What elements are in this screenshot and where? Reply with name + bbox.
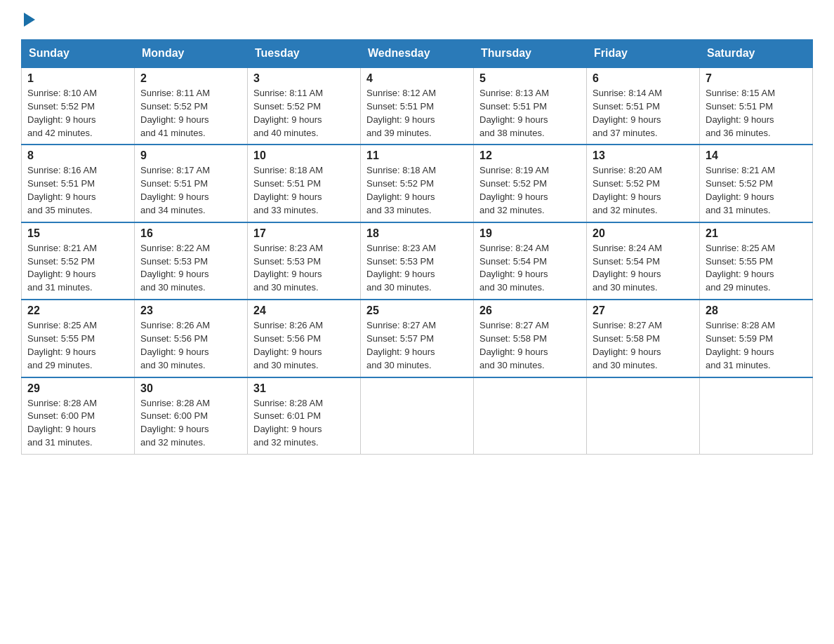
day-info: Sunrise: 8:16 AMSunset: 5:51 PMDaylight:… — [27, 164, 128, 217]
day-info: Sunrise: 8:21 AMSunset: 5:52 PMDaylight:… — [27, 242, 128, 295]
day-info: Sunrise: 8:13 AMSunset: 5:51 PMDaylight:… — [479, 87, 581, 140]
day-number: 7 — [706, 72, 807, 85]
col-header-friday: Friday — [587, 40, 700, 68]
day-info: Sunrise: 8:10 AMSunset: 5:52 PMDaylight:… — [27, 87, 128, 140]
day-number: 30 — [140, 382, 241, 395]
day-number: 13 — [593, 149, 694, 162]
day-info: Sunrise: 8:19 AMSunset: 5:52 PMDaylight:… — [479, 164, 581, 217]
day-number: 8 — [27, 149, 128, 162]
day-info: Sunrise: 8:27 AMSunset: 5:58 PMDaylight:… — [479, 319, 581, 372]
calendar-cell: 28Sunrise: 8:28 AMSunset: 5:59 PMDayligh… — [700, 300, 813, 377]
day-number: 29 — [27, 382, 128, 395]
day-number: 18 — [366, 227, 468, 240]
day-number: 15 — [27, 227, 128, 240]
calendar-week-row: 15Sunrise: 8:21 AMSunset: 5:52 PMDayligh… — [22, 222, 813, 300]
calendar-cell: 10Sunrise: 8:18 AMSunset: 5:51 PMDayligh… — [248, 145, 361, 222]
day-number: 21 — [706, 227, 807, 240]
day-info: Sunrise: 8:26 AMSunset: 5:56 PMDaylight:… — [140, 319, 241, 372]
day-number: 27 — [593, 304, 694, 317]
calendar-cell-empty — [361, 377, 474, 455]
calendar-cell: 18Sunrise: 8:23 AMSunset: 5:53 PMDayligh… — [361, 222, 474, 300]
day-number: 24 — [253, 304, 355, 317]
col-header-tuesday: Tuesday — [248, 40, 361, 68]
day-info: Sunrise: 8:11 AMSunset: 5:52 PMDaylight:… — [140, 87, 241, 140]
day-info: Sunrise: 8:17 AMSunset: 5:51 PMDaylight:… — [140, 164, 241, 217]
col-header-thursday: Thursday — [474, 40, 587, 68]
day-info: Sunrise: 8:25 AMSunset: 5:55 PMDaylight:… — [706, 242, 807, 295]
day-number: 19 — [479, 227, 581, 240]
calendar-cell: 20Sunrise: 8:24 AMSunset: 5:54 PMDayligh… — [587, 222, 700, 300]
logo-arrow-icon — [24, 13, 35, 27]
day-info: Sunrise: 8:11 AMSunset: 5:52 PMDaylight:… — [253, 87, 355, 140]
day-number: 26 — [479, 304, 581, 317]
day-info: Sunrise: 8:26 AMSunset: 5:56 PMDaylight:… — [253, 319, 355, 372]
calendar-week-row: 29Sunrise: 8:28 AMSunset: 6:00 PMDayligh… — [22, 377, 813, 455]
col-header-monday: Monday — [135, 40, 248, 68]
calendar-cell: 14Sunrise: 8:21 AMSunset: 5:52 PMDayligh… — [700, 145, 813, 222]
day-info: Sunrise: 8:14 AMSunset: 5:51 PMDaylight:… — [593, 87, 694, 140]
calendar-cell: 8Sunrise: 8:16 AMSunset: 5:51 PMDaylight… — [22, 145, 135, 222]
calendar-cell: 21Sunrise: 8:25 AMSunset: 5:55 PMDayligh… — [700, 222, 813, 300]
day-info: Sunrise: 8:24 AMSunset: 5:54 PMDaylight:… — [593, 242, 694, 295]
day-info: Sunrise: 8:28 AMSunset: 6:00 PMDaylight:… — [140, 397, 241, 450]
calendar-cell: 3Sunrise: 8:11 AMSunset: 5:52 PMDaylight… — [248, 67, 361, 145]
calendar-cell-empty — [587, 377, 700, 455]
calendar-week-row: 22Sunrise: 8:25 AMSunset: 5:55 PMDayligh… — [22, 300, 813, 377]
calendar-cell: 27Sunrise: 8:27 AMSunset: 5:58 PMDayligh… — [587, 300, 700, 377]
calendar-cell-empty — [474, 377, 587, 455]
calendar-cell-empty — [700, 377, 813, 455]
day-number: 23 — [140, 304, 241, 317]
calendar-week-row: 1Sunrise: 8:10 AMSunset: 5:52 PMDaylight… — [22, 67, 813, 145]
day-number: 4 — [366, 72, 468, 85]
day-info: Sunrise: 8:22 AMSunset: 5:53 PMDaylight:… — [140, 242, 241, 295]
day-number: 10 — [253, 149, 355, 162]
day-number: 2 — [140, 72, 241, 85]
logo-general — [21, 14, 35, 27]
calendar-cell: 2Sunrise: 8:11 AMSunset: 5:52 PMDaylight… — [135, 67, 248, 145]
day-number: 5 — [479, 72, 581, 85]
day-number: 20 — [593, 227, 694, 240]
calendar-cell: 17Sunrise: 8:23 AMSunset: 5:53 PMDayligh… — [248, 222, 361, 300]
day-number: 16 — [140, 227, 241, 240]
page-header — [21, 14, 813, 27]
calendar-cell: 11Sunrise: 8:18 AMSunset: 5:52 PMDayligh… — [361, 145, 474, 222]
day-info: Sunrise: 8:12 AMSunset: 5:51 PMDaylight:… — [366, 87, 468, 140]
calendar-header-row: Sunday Monday Tuesday Wednesday Thursday… — [22, 40, 813, 68]
day-number: 9 — [140, 149, 241, 162]
day-info: Sunrise: 8:27 AMSunset: 5:58 PMDaylight:… — [593, 319, 694, 372]
day-number: 11 — [366, 149, 468, 162]
calendar-cell: 31Sunrise: 8:28 AMSunset: 6:01 PMDayligh… — [248, 377, 361, 455]
calendar-table: Sunday Monday Tuesday Wednesday Thursday… — [21, 39, 813, 455]
calendar-cell: 30Sunrise: 8:28 AMSunset: 6:00 PMDayligh… — [135, 377, 248, 455]
calendar-cell: 16Sunrise: 8:22 AMSunset: 5:53 PMDayligh… — [135, 222, 248, 300]
day-info: Sunrise: 8:20 AMSunset: 5:52 PMDaylight:… — [593, 164, 694, 217]
calendar-cell: 12Sunrise: 8:19 AMSunset: 5:52 PMDayligh… — [474, 145, 587, 222]
calendar-cell: 26Sunrise: 8:27 AMSunset: 5:58 PMDayligh… — [474, 300, 587, 377]
calendar-cell: 9Sunrise: 8:17 AMSunset: 5:51 PMDaylight… — [135, 145, 248, 222]
col-header-sunday: Sunday — [22, 40, 135, 68]
calendar-cell: 5Sunrise: 8:13 AMSunset: 5:51 PMDaylight… — [474, 67, 587, 145]
logo — [21, 14, 35, 27]
day-info: Sunrise: 8:15 AMSunset: 5:51 PMDaylight:… — [706, 87, 807, 140]
day-info: Sunrise: 8:23 AMSunset: 5:53 PMDaylight:… — [253, 242, 355, 295]
calendar-cell: 4Sunrise: 8:12 AMSunset: 5:51 PMDaylight… — [361, 67, 474, 145]
day-number: 3 — [253, 72, 355, 85]
calendar-cell: 24Sunrise: 8:26 AMSunset: 5:56 PMDayligh… — [248, 300, 361, 377]
day-info: Sunrise: 8:24 AMSunset: 5:54 PMDaylight:… — [479, 242, 581, 295]
calendar-cell: 6Sunrise: 8:14 AMSunset: 5:51 PMDaylight… — [587, 67, 700, 145]
calendar-cell: 29Sunrise: 8:28 AMSunset: 6:00 PMDayligh… — [22, 377, 135, 455]
day-number: 17 — [253, 227, 355, 240]
calendar-cell: 22Sunrise: 8:25 AMSunset: 5:55 PMDayligh… — [22, 300, 135, 377]
day-info: Sunrise: 8:18 AMSunset: 5:52 PMDaylight:… — [366, 164, 468, 217]
day-info: Sunrise: 8:23 AMSunset: 5:53 PMDaylight:… — [366, 242, 468, 295]
day-info: Sunrise: 8:18 AMSunset: 5:51 PMDaylight:… — [253, 164, 355, 217]
calendar-cell: 13Sunrise: 8:20 AMSunset: 5:52 PMDayligh… — [587, 145, 700, 222]
day-number: 28 — [706, 304, 807, 317]
calendar-cell: 15Sunrise: 8:21 AMSunset: 5:52 PMDayligh… — [22, 222, 135, 300]
calendar-cell: 25Sunrise: 8:27 AMSunset: 5:57 PMDayligh… — [361, 300, 474, 377]
day-number: 6 — [593, 72, 694, 85]
col-header-saturday: Saturday — [700, 40, 813, 68]
day-info: Sunrise: 8:21 AMSunset: 5:52 PMDaylight:… — [706, 164, 807, 217]
calendar-cell: 7Sunrise: 8:15 AMSunset: 5:51 PMDaylight… — [700, 67, 813, 145]
day-number: 31 — [253, 382, 355, 395]
